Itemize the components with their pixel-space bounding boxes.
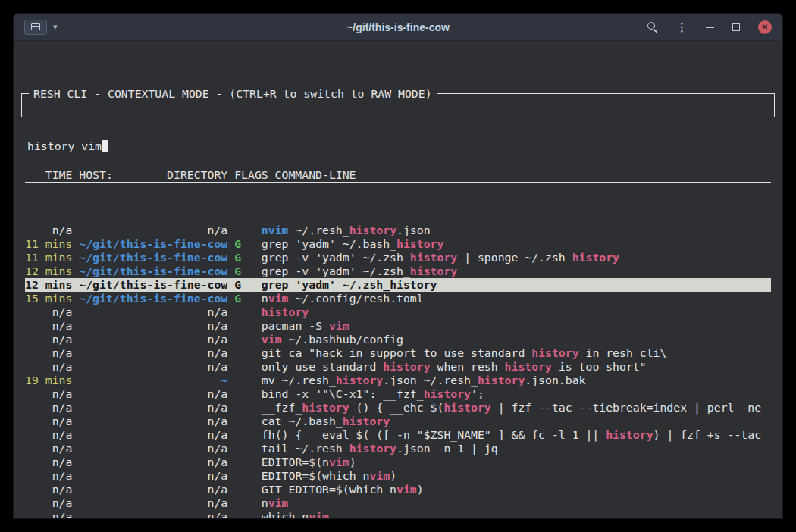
history-row[interactable]: n/a n/a __fzf_history () { __ehc $(histo…: [25, 401, 771, 415]
history-row[interactable]: n/a n/a EDITOR=$(nvim): [25, 455, 771, 469]
history-row[interactable]: n/a n/a tail ~/.resh_history.json -n 1 |…: [25, 442, 771, 455]
titlebar: ▾ ~/git/this-is-fine-cow ⋮ ✕: [14, 14, 782, 41]
history-row[interactable]: n/a n/a pacman -S vim: [25, 319, 771, 333]
terminal-tab-icon: [31, 23, 40, 30]
resh-search-box: RESH CLI - CONTEXTUAL MODE - (CTRL+R to …: [21, 93, 775, 117]
search-icon[interactable]: [647, 22, 658, 33]
history-row[interactable]: n/a n/a which nvim: [25, 510, 771, 518]
history-row[interactable]: n/a n/a EDITOR=$(which nvim): [25, 469, 771, 483]
titlebar-actions: ⋮ ✕: [647, 20, 772, 34]
minimize-button[interactable]: [706, 27, 714, 28]
menu-kebab-icon[interactable]: ⋮: [676, 21, 688, 33]
history-row[interactable]: n/a n/a history: [25, 305, 771, 319]
terminal-window: ▾ ~/git/this-is-fine-cow ⋮ ✕ RESH CLI - …: [14, 14, 782, 518]
history-row[interactable]: 19 mins ~ mv ~/.resh_history.json ~/.res…: [25, 374, 771, 387]
restore-button[interactable]: [732, 23, 740, 31]
history-list: n/a n/a nvim ~/.resh_history.json11 mins…: [25, 224, 771, 518]
history-row[interactable]: n/a n/a vim ~/.bashhub/config: [25, 333, 771, 346]
tab-dropdown-caret[interactable]: ▾: [53, 22, 58, 32]
resh-mode-title: RESH CLI - CONTEXTUAL MODE - (CTRL+R to …: [29, 87, 437, 101]
new-tab-button[interactable]: [24, 20, 47, 35]
history-row[interactable]: n/a n/a fh() { eval $( ([ -n "$ZSH_NAME"…: [25, 428, 771, 442]
text-cursor: [102, 140, 108, 152]
history-row[interactable]: n/a n/a nvim: [25, 496, 771, 510]
search-query-input[interactable]: history vim: [27, 139, 769, 153]
terminal-screen[interactable]: RESH CLI - CONTEXTUAL MODE - (CTRL+R to …: [14, 41, 782, 518]
history-row[interactable]: n/a n/a only use standard history when r…: [25, 360, 771, 374]
history-row[interactable]: n/a n/a nvim ~/.resh_history.json: [25, 224, 771, 237]
history-row[interactable]: 12 mins ~/git/this-is-fine-cow G grep 'y…: [25, 278, 771, 292]
history-row[interactable]: n/a n/a GIT_EDITOR=$(which nvim): [25, 483, 771, 496]
history-row[interactable]: 11 mins ~/git/this-is-fine-cow G grep 'y…: [25, 237, 771, 251]
history-row[interactable]: n/a n/a git ca "hack in support to use s…: [25, 346, 771, 360]
close-icon: ✕: [762, 23, 768, 31]
history-row[interactable]: 15 mins ~/git/this-is-fine-cow G nvim ~/…: [25, 292, 771, 305]
history-row[interactable]: n/a n/a cat ~/.bash_history: [25, 415, 771, 428]
history-row[interactable]: 12 mins ~/git/this-is-fine-cow G grep -v…: [25, 264, 771, 278]
history-row[interactable]: 11 mins ~/git/this-is-fine-cow G grep -v…: [25, 251, 771, 264]
search-query-text: history vim: [27, 139, 102, 152]
close-button[interactable]: ✕: [758, 20, 772, 34]
history-row[interactable]: n/a n/a bind -x '"\C-x1": __fzf_history'…: [25, 387, 771, 401]
